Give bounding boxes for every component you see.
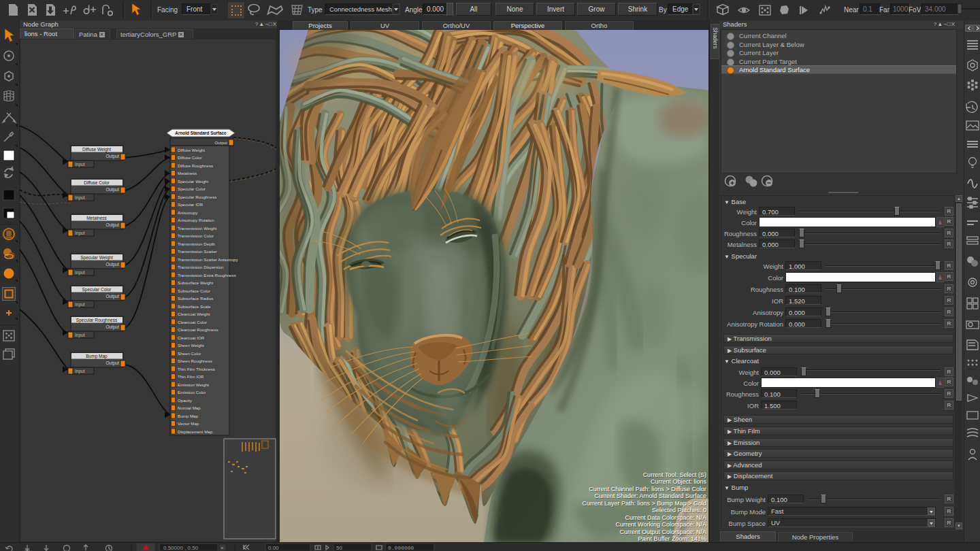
svg-text:Bump Map: Bump Map <box>86 354 108 359</box>
svg-text:Input: Input <box>75 162 85 167</box>
svg-text:Emission Color: Emission Color <box>178 390 206 395</box>
svg-text:Displacement Map: Displacement Map <box>178 429 213 434</box>
svg-text:Normal Map: Normal Map <box>178 405 201 410</box>
svg-text:Input: Input <box>75 302 85 307</box>
svg-text:Bump Map: Bump Map <box>178 414 198 418</box>
svg-text:Paint Buffer Zoom: 141%: Paint Buffer Zoom: 141% <box>638 535 706 542</box>
svg-text:Output: Output <box>105 187 119 193</box>
svg-text:Anisotropy: Anisotropy <box>178 210 198 215</box>
svg-text:Subsurface Radius: Subsurface Radius <box>178 296 213 301</box>
svg-text:Transmission Depth: Transmission Depth <box>178 241 215 246</box>
svg-text:Diffuse Color: Diffuse Color <box>84 180 110 185</box>
svg-text:Input: Input <box>75 231 85 236</box>
svg-text:Output: Output <box>105 294 119 299</box>
svg-text:Opacity: Opacity <box>178 398 193 403</box>
svg-text:Sheen Roughness: Sheen Roughness <box>178 358 212 363</box>
svg-text:Metalness: Metalness <box>86 216 107 220</box>
svg-text:Specular Weight: Specular Weight <box>178 179 209 184</box>
svg-text:×: × <box>220 545 224 551</box>
svg-text:Specular IOR: Specular IOR <box>178 202 203 207</box>
svg-text:Input: Input <box>75 369 85 374</box>
svg-text:Anisotropy Rotation: Anisotropy Rotation <box>178 218 215 222</box>
svg-text:Current Object: lions: Current Object: lions <box>651 478 707 485</box>
svg-text:Current Shader: Arnold Standar: Current Shader: Arnold Standard Surface <box>594 492 706 499</box>
svg-text:Subsurface Weight: Subsurface Weight <box>178 280 213 285</box>
svg-text:50: 50 <box>336 545 342 551</box>
svg-text:Transmission Weight: Transmission Weight <box>178 226 217 231</box>
svg-text:Specular Roughness: Specular Roughness <box>178 195 216 199</box>
svg-text:Clearcoat Weight: Clearcoat Weight <box>178 312 210 316</box>
svg-text:Specular Weight: Specular Weight <box>80 255 113 261</box>
svg-text:Subsurface Scale: Subsurface Scale <box>178 304 211 309</box>
svg-text:Specular Color: Specular Color <box>82 287 112 293</box>
svg-text:Metalness: Metalness <box>178 171 197 176</box>
svg-text:Transmission Scatter Anisotrop: Transmission Scatter Anisotropy <box>178 257 238 262</box>
svg-text:Current Output Colorspace: N/A: Current Output Colorspace: N/A <box>619 529 706 535</box>
svg-text:Specular Color: Specular Color <box>178 186 206 191</box>
svg-text:Output: Output <box>105 262 119 267</box>
svg-text:Transmission Scatter: Transmission Scatter <box>178 249 217 254</box>
svg-text:Input: Input <box>75 195 85 201</box>
svg-text:Clearcoat Color: Clearcoat Color <box>178 320 207 324</box>
svg-text:0.000000: 0.000000 <box>388 545 414 551</box>
svg-text:Diffuse Color: Diffuse Color <box>178 155 202 160</box>
svg-text:Input: Input <box>75 333 85 338</box>
svg-text:Thin Film IOR: Thin Film IOR <box>178 374 204 379</box>
svg-text:Output: Output <box>105 154 119 159</box>
svg-text:Current Channel Path: lions >: Current Channel Path: lions > Diffuse Co… <box>589 486 706 492</box>
svg-text:Transmission Dispersion: Transmission Dispersion <box>178 265 224 269</box>
svg-text:Transmission Extra Roughness: Transmission Extra Roughness <box>178 273 236 278</box>
svg-text:Current Data Colorspace: N/A: Current Data Colorspace: N/A <box>625 514 706 521</box>
svg-text:Clearcoat Roughness: Clearcoat Roughness <box>178 327 218 332</box>
svg-text:Output: Output <box>105 222 119 228</box>
svg-text:Current Tool: Select (S): Current Tool: Select (S) <box>643 471 706 478</box>
svg-text:Selected Patches: 0: Selected Patches: 0 <box>652 507 706 514</box>
svg-text:Clearcoat IOR: Clearcoat IOR <box>178 335 205 340</box>
svg-text:Arnold Standard Surface: Arnold Standard Surface <box>175 131 227 135</box>
svg-text:Diffuse Roughness: Diffuse Roughness <box>178 163 213 168</box>
svg-text:Transmission Color: Transmission Color <box>178 233 214 238</box>
svg-text:Vector Map: Vector Map <box>178 421 199 426</box>
svg-text:Output: Output <box>105 324 119 330</box>
svg-text:Diffuse Weight: Diffuse Weight <box>82 147 111 152</box>
svg-text:Sheen Color: Sheen Color <box>178 351 201 356</box>
svg-text:0.50000 , 0.50: 0.50000 , 0.50 <box>163 545 199 551</box>
svg-text:Sheen Weight: Sheen Weight <box>178 343 204 348</box>
svg-text:Diffuse Weight: Diffuse Weight <box>178 148 205 152</box>
svg-text:Thin Film Thickness: Thin Film Thickness <box>178 367 215 371</box>
svg-text:Current Layer Path: lions > Bu: Current Layer Path: lions > Bump Map > G… <box>582 500 706 507</box>
svg-text:Input: Input <box>75 270 85 276</box>
svg-text:Subsurface Color: Subsurface Color <box>178 288 210 293</box>
svg-text:0.00: 0.00 <box>268 545 279 551</box>
svg-text:Current Working Colorspace: N/: Current Working Colorspace: N/A <box>616 521 706 528</box>
svg-text:Specular Roughness: Specular Roughness <box>76 318 118 323</box>
svg-text:Output: Output <box>214 140 227 145</box>
svg-text:Output: Output <box>105 361 119 366</box>
svg-text:Emission Weight: Emission Weight <box>178 382 209 387</box>
